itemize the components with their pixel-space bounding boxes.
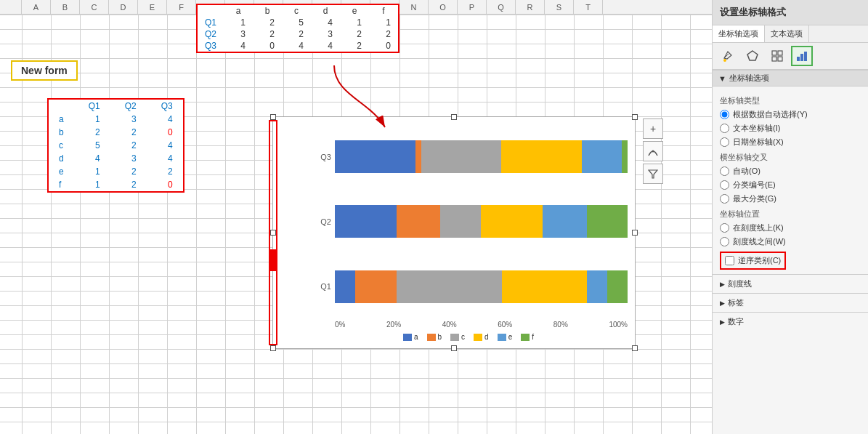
reverse-category-input[interactable] [725, 256, 734, 265]
col-header-Q: Q [487, 0, 516, 14]
legend-b: b [427, 333, 442, 341]
chart-label-q3: Q3 [309, 153, 331, 161]
segment-q3-b [415, 140, 421, 173]
col-header-C: C [80, 0, 109, 14]
resize-handle-tl[interactable] [270, 114, 276, 120]
legend-c: c [450, 333, 465, 341]
bar-chart-icon-button[interactable] [791, 46, 813, 66]
radio-auto-label: 根据数据自动选择(Y) [733, 109, 808, 120]
legend-color-d [474, 334, 482, 341]
radio-auto-select[interactable]: 根据数据自动选择(Y) [720, 109, 861, 120]
resize-handle-tr[interactable] [632, 114, 638, 120]
segment-q3-c [421, 140, 502, 173]
position-label: 坐标轴位置 [720, 209, 861, 220]
segment-q2-d [481, 205, 543, 238]
legend-label-f: f [532, 333, 534, 341]
section-labels[interactable]: 标签 [713, 293, 868, 312]
radio-auto-cross-input[interactable] [720, 166, 729, 176]
col-header-F: F [167, 0, 196, 14]
legend-color-f [521, 334, 530, 341]
x-label-100: 100% [609, 321, 628, 329]
svg-marker-3 [747, 51, 758, 60]
segment-q1-a [335, 270, 355, 303]
segment-q3-e [582, 140, 622, 173]
segment-q1-e [587, 270, 607, 303]
panel-title: 设置坐标轴格式 [713, 0, 868, 25]
x-label-80: 80% [553, 321, 568, 329]
legend-label-a: a [414, 333, 418, 341]
reverse-category-label: 逆序类别(C) [738, 255, 781, 266]
chart-x-axis: 0% 20% 40% 60% 80% 100% [309, 321, 628, 329]
radio-auto-cross[interactable]: 自动(O) [720, 166, 861, 177]
col-header-R: R [516, 0, 545, 14]
tab-axis-options[interactable]: 坐标轴选项 [713, 25, 765, 42]
legend-d: d [474, 333, 489, 341]
resize-handle-r[interactable] [632, 230, 638, 236]
pentagon-icon-button[interactable] [742, 46, 763, 66]
panel-tabs: 坐标轴选项 文本选项 [713, 25, 868, 43]
legend-f: f [521, 333, 534, 341]
chart-legend: a b c d e [309, 333, 628, 341]
x-label-0: 0% [335, 321, 345, 329]
radio-text-input[interactable] [720, 124, 729, 133]
numbers-section-label: 数字 [728, 316, 744, 327]
style-button[interactable] [643, 141, 663, 161]
add-element-button[interactable]: + [643, 118, 663, 139]
col-header-O: O [429, 0, 458, 14]
section-tick-marks[interactable]: 刻度线 [713, 274, 868, 293]
radio-between-tick-input[interactable] [720, 237, 729, 246]
legend-color-a [403, 334, 412, 341]
paint-icon-button[interactable] [717, 46, 739, 66]
x-label-40: 40% [442, 321, 457, 329]
resize-handle-bl[interactable] [270, 345, 276, 351]
axis-options-label: 坐标轴选项 [729, 73, 769, 84]
top-data-table: a b c d e f Q1 125411 Q2 322322 Q3 4 [196, 4, 399, 53]
section-numbers[interactable]: 数字 [713, 312, 868, 331]
chart-left-bar [269, 120, 277, 345]
chart-label-q1: Q1 [309, 282, 331, 291]
chart-row-q3: Q3 [309, 135, 628, 179]
svg-rect-6 [772, 57, 776, 61]
tab-text-options[interactable]: 文本选项 [765, 25, 809, 42]
radio-on-tick-label: 在刻度线上(K) [733, 222, 784, 233]
grid-icon-button[interactable] [766, 46, 788, 66]
radio-cat-num-input[interactable] [720, 180, 729, 190]
chart-bar-q1 [335, 270, 628, 303]
segment-q2-e [543, 205, 586, 238]
resize-handle-t[interactable] [451, 114, 457, 120]
axis-options-arrow: ▼ [718, 74, 726, 83]
checkbox-reverse-category[interactable]: 逆序类别(C) [721, 253, 784, 268]
col-header-T: T [574, 0, 603, 14]
filter-button[interactable] [643, 164, 663, 184]
col-header-B: B [51, 0, 80, 14]
radio-max-category[interactable]: 最大分类(G) [720, 193, 861, 204]
chart-container[interactable]: Q3 Q2 [272, 116, 636, 349]
spreadsheet-area: A B C D E F G H I J K L M N O P Q R S T … [0, 0, 712, 434]
radio-on-tick-input[interactable] [720, 223, 729, 233]
chart-inner: Q3 Q2 [273, 117, 635, 348]
legend-label-d: d [484, 333, 489, 341]
radio-text-axis[interactable]: 文本坐标轴(I) [720, 123, 861, 134]
radio-date-label: 日期坐标轴(X) [733, 137, 784, 148]
col-header-A: A [22, 0, 51, 14]
radio-date-input[interactable] [720, 137, 729, 147]
radio-auto-input[interactable] [720, 110, 729, 119]
col-header-S: S [545, 0, 574, 14]
segment-q3-f [622, 140, 628, 173]
radio-category-num[interactable]: 分类编号(E) [720, 180, 861, 190]
segment-q1-d [502, 270, 587, 303]
resize-handle-b[interactable] [451, 345, 457, 351]
labels-section-label: 标签 [728, 297, 744, 308]
chart-bar-q3 [335, 140, 628, 173]
radio-date-axis[interactable]: 日期坐标轴(X) [720, 137, 861, 148]
axis-options-section[interactable]: ▼ 坐标轴选项 [713, 70, 868, 87]
left-data-table: Q1 Q2 Q3 a 1 3 4 b 2 2 [47, 98, 184, 193]
resize-handle-br[interactable] [632, 345, 638, 351]
radio-between-tick-label: 刻度线之间(W) [733, 236, 786, 247]
radio-max-cat-input[interactable] [720, 194, 729, 204]
segment-q2-f [587, 205, 628, 238]
radio-text-label: 文本坐标轴(I) [733, 123, 780, 134]
x-label-60: 60% [498, 321, 512, 329]
radio-between-tick[interactable]: 刻度线之间(W) [720, 236, 861, 247]
radio-on-tick[interactable]: 在刻度线上(K) [720, 222, 861, 233]
